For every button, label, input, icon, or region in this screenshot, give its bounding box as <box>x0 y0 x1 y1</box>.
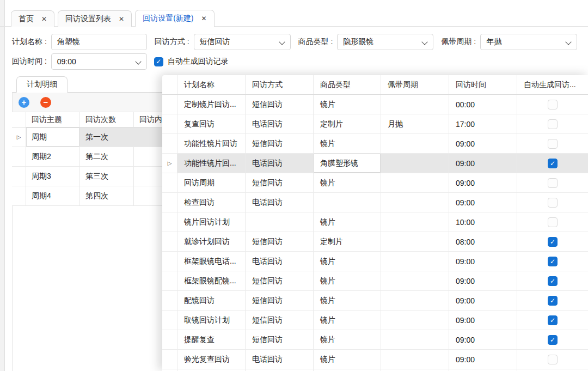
cell-product-type[interactable]: 镜片 <box>313 173 381 192</box>
auto-record-checkbox[interactable]: ✓ <box>548 335 558 345</box>
cell-visit-time[interactable]: 17:00 <box>449 114 517 133</box>
cell-visit-method[interactable] <box>245 212 313 232</box>
cell-wear-cycle[interactable] <box>381 350 449 369</box>
cell-visit-time[interactable]: 00:00 <box>449 95 517 114</box>
cell-wear-cycle[interactable] <box>381 271 449 290</box>
auto-record-checkbox[interactable]: ✓ <box>154 57 163 66</box>
auto-record-checkbox[interactable]: ✓ <box>548 159 558 168</box>
cell-visit-method[interactable]: 短信回访 <box>245 271 313 290</box>
table-row[interactable]: 验光复查回访电话回访镜片09:00 <box>162 350 588 369</box>
cell-plan-name[interactable]: 功能性镜片回... <box>177 154 245 173</box>
cell-wear-cycle[interactable] <box>381 95 449 114</box>
cell-visit-time[interactable]: 09:00 <box>449 311 517 330</box>
cell-plan-name[interactable]: 定制镜片回访... <box>177 95 245 114</box>
cell-visit-time[interactable]: 09:00 <box>449 330 517 349</box>
add-row-button[interactable]: + <box>19 97 29 108</box>
cell-visit-time[interactable]: 09:00 <box>449 173 517 192</box>
cell-visit-time[interactable]: 09:00 <box>449 154 517 173</box>
cell-wear-cycle[interactable] <box>381 154 449 173</box>
cell-content[interactable] <box>133 127 162 147</box>
column-header-auto-record[interactable]: 自动生成回访... <box>517 75 588 94</box>
row-expander-icon[interactable]: ▷ <box>168 161 172 166</box>
cell-plan-name[interactable]: 提醒复查 <box>177 330 245 349</box>
column-header-plan-name[interactable]: 计划名称 <box>177 75 245 94</box>
auto-record-checkbox[interactable] <box>548 217 558 227</box>
table-row[interactable]: 周期4第四次 <box>12 186 162 206</box>
auto-record-checkbox[interactable] <box>548 119 558 129</box>
cell-count[interactable]: 第四次 <box>79 186 133 205</box>
cell-plan-name[interactable]: 验光复查回访 <box>177 350 245 369</box>
cell-wear-cycle[interactable] <box>381 291 449 310</box>
cell-product-type[interactable]: 镜片 <box>313 212 381 232</box>
table-row[interactable]: ▷功能性镜片回...电话回访角膜塑形镜09:00✓ <box>162 154 588 173</box>
cell-visit-method[interactable]: 电话回访 <box>245 252 313 271</box>
table-row[interactable]: 复查回访电话回访定制片月抛17:00 <box>162 114 588 134</box>
table-row[interactable]: 定制镜片回访...短信回访镜片00:00 <box>162 95 588 114</box>
cell-visit-time[interactable]: 09:00 <box>449 134 517 153</box>
cell-visit-time[interactable]: 09:00 <box>449 271 517 290</box>
auto-record-checkbox[interactable] <box>548 198 558 208</box>
cell-wear-cycle[interactable] <box>381 212 449 232</box>
cell-plan-name[interactable]: 镜片回访计划 <box>177 212 245 232</box>
cell-subject[interactable]: 周期2 <box>26 147 79 166</box>
table-row[interactable]: 功能性镜片回访短信回访镜片09:00 <box>162 134 588 154</box>
tab-home[interactable]: 首页 ✕ <box>11 10 54 27</box>
cell-product-type[interactable]: 定制片 <box>313 232 381 251</box>
auto-record-checkbox[interactable]: ✓ <box>548 315 558 325</box>
cell-wear-cycle[interactable] <box>381 330 449 349</box>
cell-count[interactable]: 第一次 <box>79 127 133 147</box>
cell-plan-name[interactable]: 检查回访 <box>177 193 245 212</box>
plan-name-field[interactable] <box>51 34 147 50</box>
auto-record-checkbox[interactable] <box>548 139 558 149</box>
cell-subject[interactable]: 周期4 <box>26 186 79 205</box>
column-header-visit-method[interactable]: 回访方式 <box>245 75 313 94</box>
cell-visit-method[interactable]: 短信回访 <box>245 173 313 192</box>
close-icon[interactable]: ✕ <box>119 16 124 22</box>
cell-content[interactable] <box>133 147 162 166</box>
cell-wear-cycle[interactable] <box>381 193 449 212</box>
auto-record-checkbox[interactable] <box>548 100 558 110</box>
cell-visit-method[interactable]: 短信回访 <box>245 232 313 251</box>
cell-visit-method[interactable]: 短信回访 <box>245 95 313 114</box>
cell-count[interactable]: 第三次 <box>79 167 133 186</box>
cell-plan-name[interactable]: 框架眼镜电话... <box>177 252 245 271</box>
cell-visit-method[interactable]: 电话回访 <box>245 114 313 133</box>
close-icon[interactable]: ✕ <box>41 16 47 22</box>
row-expander-icon[interactable]: ▷ <box>17 135 21 140</box>
cell-visit-method[interactable]: 电话回访 <box>245 154 313 173</box>
table-row[interactable]: 镜片回访计划镜片10:00 <box>162 212 588 232</box>
close-icon[interactable]: ✕ <box>201 15 206 22</box>
table-row[interactable]: 框架眼镜配镜...短信回访镜片09:00✓ <box>162 271 588 291</box>
cell-visit-time[interactable]: 10:00 <box>449 212 517 232</box>
cell-visit-time[interactable]: 08:00 <box>449 232 517 251</box>
cell-visit-method[interactable]: 短信回访 <box>245 291 313 310</box>
cell-visit-method[interactable]: 电话回访 <box>245 350 313 369</box>
cell-count[interactable]: 第二次 <box>79 147 133 166</box>
table-row[interactable]: 配镜回访短信回访镜片09:00✓ <box>162 291 588 311</box>
wear-cycle-select[interactable]: 年抛 <box>480 34 577 50</box>
cell-wear-cycle[interactable]: 月抛 <box>381 114 449 133</box>
column-header-content[interactable]: 回访内容 <box>133 112 162 127</box>
cell-visit-method[interactable]: 电话回访 <box>245 193 313 212</box>
auto-record-checkbox[interactable]: ✓ <box>548 296 558 306</box>
cell-product-type[interactable]: 镜片 <box>313 134 381 153</box>
plan-name-input[interactable] <box>57 38 141 46</box>
cell-wear-cycle[interactable] <box>381 311 449 330</box>
cell-wear-cycle[interactable] <box>381 173 449 192</box>
table-row[interactable]: ▷周期第一次 <box>12 127 162 147</box>
cell-product-type[interactable]: 定制片 <box>313 114 381 133</box>
remove-row-button[interactable]: − <box>40 97 51 108</box>
cell-product-type[interactable]: 镜片 <box>313 291 381 310</box>
cell-plan-name[interactable]: 取镜回访计划 <box>177 311 245 330</box>
column-header-wear-cycle[interactable]: 佩带周期 <box>381 75 449 94</box>
cell-visit-method[interactable]: 短信回访 <box>245 330 313 349</box>
visit-method-select[interactable]: 短信回访 <box>194 34 291 50</box>
table-row[interactable]: 周期2第二次 <box>12 147 162 167</box>
column-header-count[interactable]: 回访次数 <box>79 112 133 127</box>
cell-plan-name[interactable]: 复查回访 <box>177 114 245 133</box>
cell-product-type[interactable]: 镜片 <box>313 330 381 349</box>
cell-visit-method[interactable]: 短信回访 <box>245 311 313 330</box>
cell-subject[interactable]: 周期 <box>26 127 79 147</box>
table-row[interactable]: 框架眼镜电话...电话回访镜片09:00✓ <box>162 252 588 271</box>
cell-product-type[interactable]: 镜片 <box>313 311 381 330</box>
